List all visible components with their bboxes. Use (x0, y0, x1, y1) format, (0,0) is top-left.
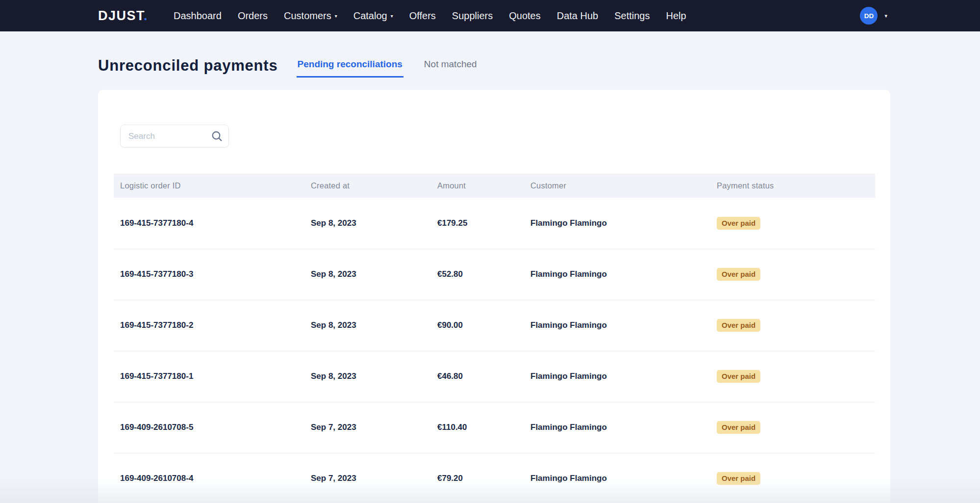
top-navbar: DJUST. DashboardOrdersCustomers▾Catalog▾… (0, 0, 980, 31)
cell-customer: Flamingo Flamingo (524, 402, 710, 453)
cell-status: Over paid (710, 402, 875, 453)
nav-item-label: Settings (614, 10, 650, 22)
nav-item-help[interactable]: Help (666, 10, 686, 22)
status-badge: Over paid (717, 421, 760, 434)
cell-status: Over paid (710, 198, 875, 249)
cell-amount: €79.20 (431, 453, 524, 503)
cell-amount: €179.25 (431, 198, 524, 249)
cell-customer: Flamingo Flamingo (524, 300, 710, 351)
status-badge: Over paid (717, 217, 760, 230)
nav-item-label: Data Hub (557, 10, 599, 22)
page-title: Unreconciled payments (98, 57, 278, 75)
cell-id: 169-409-2610708-4 (114, 453, 304, 503)
table-header-row: Logistic order IDCreated atAmountCustome… (114, 174, 875, 198)
nav-item-data-hub[interactable]: Data Hub (557, 10, 599, 22)
tabs: Pending reconciliationsNot matched (297, 59, 478, 78)
search-icon[interactable] (211, 131, 223, 142)
column-header-created-at: Created at (304, 174, 431, 198)
cell-created: Sep 8, 2023 (304, 351, 431, 402)
cell-id: 169-409-2610708-5 (114, 402, 304, 453)
column-header-logistic-order-id: Logistic order ID (114, 174, 304, 198)
nav-item-label: Orders (238, 10, 268, 22)
nav-item-quotes[interactable]: Quotes (509, 10, 540, 22)
tab-not-matched[interactable]: Not matched (423, 59, 478, 78)
nav-item-dashboard[interactable]: Dashboard (174, 10, 222, 22)
cell-id: 169-415-7377180-3 (114, 249, 304, 300)
status-badge: Over paid (717, 370, 760, 383)
cell-id: 169-415-7377180-4 (114, 198, 304, 249)
tab-pending-reconciliations[interactable]: Pending reconciliations (297, 59, 403, 78)
column-header-customer: Customer (524, 174, 710, 198)
navbar-inner: DJUST. DashboardOrdersCustomers▾Catalog▾… (98, 0, 890, 31)
nav-item-settings[interactable]: Settings (614, 10, 650, 22)
cell-id: 169-415-7377180-1 (114, 351, 304, 402)
nav-item-orders[interactable]: Orders (238, 10, 268, 22)
brand-logo[interactable]: DJUST. (98, 8, 148, 24)
search-box[interactable] (120, 125, 229, 148)
cell-amount: €90.00 (431, 300, 524, 351)
cell-amount: €46.80 (431, 351, 524, 402)
table-row[interactable]: 169-415-7377180-1Sep 8, 2023€46.80Flamin… (114, 351, 875, 402)
cell-created: Sep 8, 2023 (304, 198, 431, 249)
brand-logo-dot: . (144, 8, 148, 23)
status-badge: Over paid (717, 319, 760, 332)
avatar[interactable]: DD (860, 7, 878, 25)
cell-customer: Flamingo Flamingo (524, 249, 710, 300)
main-content: Unreconciled payments Pending reconcilia… (0, 57, 980, 503)
nav-item-label: Offers (409, 10, 436, 22)
cell-amount: €110.40 (431, 402, 524, 453)
payments-table: Logistic order IDCreated atAmountCustome… (114, 174, 875, 503)
column-header-payment-status: Payment status (710, 174, 875, 198)
cell-created: Sep 7, 2023 (304, 402, 431, 453)
content-card: Logistic order IDCreated atAmountCustome… (98, 90, 890, 503)
search-input[interactable] (127, 131, 211, 142)
nav-item-label: Dashboard (174, 10, 222, 22)
chevron-down-icon: ▾ (335, 13, 337, 19)
cell-created: Sep 8, 2023 (304, 300, 431, 351)
table-row[interactable]: 169-409-2610708-4Sep 7, 2023€79.20Flamin… (114, 453, 875, 503)
brand-logo-text: DJUST (98, 8, 144, 23)
nav-item-label: Customers (284, 10, 331, 22)
nav-item-catalog[interactable]: Catalog▾ (353, 10, 393, 22)
nav-item-offers[interactable]: Offers (409, 10, 436, 22)
cell-status: Over paid (710, 300, 875, 351)
cell-customer: Flamingo Flamingo (524, 453, 710, 503)
nav-item-label: Quotes (509, 10, 540, 22)
status-badge: Over paid (717, 268, 760, 281)
table-row[interactable]: 169-415-7377180-3Sep 8, 2023€52.80Flamin… (114, 249, 875, 300)
nav-item-label: Suppliers (452, 10, 493, 22)
column-header-amount: Amount (431, 174, 524, 198)
nav-item-label: Help (666, 10, 686, 22)
cell-status: Over paid (710, 249, 875, 300)
cell-status: Over paid (710, 351, 875, 402)
cell-id: 169-415-7377180-2 (114, 300, 304, 351)
nav-item-customers[interactable]: Customers▾ (284, 10, 337, 22)
cell-customer: Flamingo Flamingo (524, 351, 710, 402)
table-row[interactable]: 169-415-7377180-4Sep 8, 2023€179.25Flami… (114, 198, 875, 249)
table-row[interactable]: 169-409-2610708-5Sep 7, 2023€110.40Flami… (114, 402, 875, 453)
cell-amount: €52.80 (431, 249, 524, 300)
table-row[interactable]: 169-415-7377180-2Sep 8, 2023€90.00Flamin… (114, 300, 875, 351)
status-badge: Over paid (717, 472, 760, 485)
cell-customer: Flamingo Flamingo (524, 198, 710, 249)
chevron-down-icon: ▾ (391, 13, 393, 19)
cell-created: Sep 7, 2023 (304, 453, 431, 503)
nav-right: DD ▾ (860, 7, 887, 25)
nav-item-label: Catalog (353, 10, 387, 22)
nav-item-suppliers[interactable]: Suppliers (452, 10, 493, 22)
cell-created: Sep 8, 2023 (304, 249, 431, 300)
cell-status: Over paid (710, 453, 875, 503)
page-head: Unreconciled payments Pending reconcilia… (98, 57, 890, 78)
nav-menu: DashboardOrdersCustomers▾Catalog▾OffersS… (174, 10, 686, 22)
avatar-chevron-down-icon[interactable]: ▾ (884, 13, 887, 19)
